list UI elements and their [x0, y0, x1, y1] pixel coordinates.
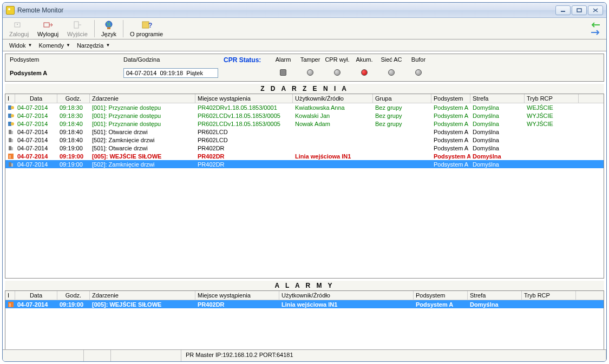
maximize-button[interactable] — [572, 5, 587, 15]
cell-subsystem: Podsystem A — [431, 129, 470, 135]
statusbar: PR Master IP:192.168.10.2 PORT:64181 — [3, 349, 606, 361]
row-icon — [8, 137, 14, 143]
table-row[interactable]: 04-07-201409:19:00[501]: Otwarcie drzwiP… — [5, 144, 604, 152]
exit-icon — [72, 20, 83, 30]
col-date[interactable]: Data — [15, 94, 57, 103]
cell-group: Bez grupy — [373, 112, 431, 119]
menu-view[interactable]: Widok▼ — [6, 41, 35, 50]
cell-event: [001]: Przyznanie dostępu — [90, 104, 195, 111]
titlebar[interactable]: Remote Monitor — [3, 3, 606, 18]
alarms-section-title: A L A R M Y — [5, 281, 604, 290]
table-row[interactable]: 04-07-201409:18:40[502]: Zamknięcie drzw… — [5, 136, 604, 144]
cell-event: [502]: Zamknięcie drzwi — [90, 137, 195, 143]
exit-button[interactable]: Wyjście — [63, 19, 92, 38]
cell-user: Kowalski Jan — [293, 112, 373, 119]
menu-commands[interactable]: Komendy▼ — [35, 41, 73, 50]
about-button[interactable]: ? O programie — [126, 19, 167, 38]
col-zone[interactable]: Strefa — [468, 291, 522, 300]
svg-rect-5 — [17, 24, 18, 25]
login-button[interactable]: Zaloguj — [5, 19, 33, 38]
col-user[interactable]: Użytkownik/Źródło — [279, 291, 414, 300]
col-subsystem[interactable]: Podsystem — [414, 291, 468, 300]
table-row[interactable]: 04-07-201409:18:30[001]: Przyznanie dost… — [5, 111, 604, 120]
table-row[interactable]: 04-07-201409:18:40[001]: Przyznanie dost… — [5, 120, 604, 128]
table-row[interactable]: 04-07-201409:18:30[001]: Przyznanie dost… — [5, 103, 604, 111]
table-row[interactable]: !04-07-201409:19:00[005]: WEJŚCIE SIŁOWE… — [5, 152, 604, 160]
row-icon — [8, 129, 14, 135]
row-icon: ! — [8, 153, 14, 160]
col-location[interactable]: Miejsce wystąpienia — [195, 291, 279, 300]
events-grid: I Data Godz. Zdarzenie Miejsce wystąpien… — [5, 94, 604, 279]
col-user[interactable]: Użytkownik/Źródło — [293, 94, 373, 103]
led-cproff-label: CPR wył. — [324, 56, 351, 64]
cell-event: [005]: WEJŚCIE SIŁOWE — [90, 301, 195, 308]
col-date[interactable]: Data — [15, 291, 57, 300]
cell-group: Bez grupy — [373, 121, 431, 127]
led-tamper — [307, 69, 313, 76]
arrow-right-icon[interactable] — [590, 29, 601, 36]
svg-point-9 — [106, 21, 112, 28]
cell-date: 04-07-2014 — [15, 121, 57, 127]
language-button[interactable]: Język — [97, 19, 121, 38]
separator — [123, 20, 123, 37]
events-body[interactable]: 04-07-201409:18:30[001]: Przyznanie dost… — [5, 103, 604, 168]
cell-event: [001]: Przyznanie dostępu — [90, 121, 195, 127]
cell-user: Linia wejściowa IN1 — [279, 301, 414, 308]
close-button[interactable] — [588, 5, 603, 15]
alarms-header: I Data Godz. Zdarzenie Miejsce wystąpien… — [5, 291, 604, 300]
cell-time: 09:18:30 — [57, 104, 90, 111]
separator — [94, 20, 95, 37]
col-i[interactable]: I — [5, 291, 15, 300]
svg-rect-23 — [9, 146, 11, 150]
alarms-body[interactable]: !04-07-201409:19:00[005]: WEJŚCIE SIŁOWE… — [5, 300, 604, 308]
led-bufor — [415, 69, 422, 76]
col-i[interactable]: I — [5, 94, 15, 103]
cell-location: PR602LCDv1.18.05.1853/0005 — [195, 112, 293, 119]
table-row[interactable]: !04-07-201409:19:00[005]: WEJŚCIE SIŁOWE… — [5, 300, 604, 308]
app-window: Remote Monitor Zaloguj Wyloguj — [2, 2, 607, 362]
minimize-button[interactable] — [555, 5, 571, 15]
col-rcp[interactable]: Tryb RCP — [525, 94, 579, 103]
cell-zone: Domyślna — [470, 104, 525, 111]
svg-rect-22 — [11, 139, 13, 142]
svg-rect-10 — [107, 27, 110, 29]
cell-subsystem: Podsystem A — [431, 153, 470, 160]
cell-time: 09:18:30 — [57, 112, 90, 119]
col-event[interactable]: Zdarzenie — [90, 291, 195, 300]
arrow-left-icon[interactable] — [590, 22, 601, 28]
led-akum-label: Akum. — [351, 56, 378, 64]
col-group[interactable]: Grupa — [373, 94, 431, 103]
toolbar: Zaloguj Wyloguj Wyjście Język ? O p — [3, 18, 606, 39]
table-row[interactable]: 04-07-201409:18:40[501]: Otwarcie drzwiP… — [5, 128, 604, 136]
cell-zone: Domyślna — [470, 137, 525, 143]
datetime-field[interactable] — [123, 68, 218, 78]
svg-rect-20 — [11, 131, 13, 134]
led-siecac-label: Sieć AC — [378, 56, 405, 64]
app-icon — [6, 6, 15, 15]
cell-location: PR402DR — [195, 301, 279, 308]
window-title: Remote Monitor — [17, 6, 63, 14]
cell-zone: Domyślna — [468, 301, 522, 308]
cell-subsystem: Podsystem A — [431, 121, 470, 127]
cell-user: Kwiatkowska Anna — [293, 104, 373, 111]
cell-rcp: WEJŚCIE — [525, 104, 579, 111]
col-time[interactable]: Godz. — [57, 291, 90, 300]
login-icon — [14, 20, 24, 30]
cell-zone: Domyślna — [470, 129, 525, 135]
menu-tools[interactable]: Narzędzia▼ — [74, 41, 113, 50]
cell-event: [001]: Przyznanie dostępu — [90, 112, 195, 119]
col-event[interactable]: Zdarzenie — [90, 94, 195, 103]
cell-group: Bez grupy — [373, 104, 431, 111]
cell-time: 09:19:00 — [57, 161, 90, 168]
cell-date: 04-07-2014 — [15, 301, 57, 308]
col-subsystem[interactable]: Podsystem — [431, 94, 470, 103]
col-rcp[interactable]: Tryb RCP — [522, 291, 576, 300]
svg-rect-24 — [11, 147, 13, 150]
statusbar-cell — [3, 350, 84, 361]
col-time[interactable]: Godz. — [57, 94, 90, 103]
col-location[interactable]: Miejsce wystąpienia — [195, 94, 293, 103]
chevron-down-icon: ▼ — [66, 43, 70, 48]
table-row[interactable]: 04-07-201409:19:00[502]: Zamknięcie drzw… — [5, 160, 604, 168]
col-zone[interactable]: Strefa — [470, 94, 525, 103]
logout-button[interactable]: Wyloguj — [33, 19, 63, 38]
